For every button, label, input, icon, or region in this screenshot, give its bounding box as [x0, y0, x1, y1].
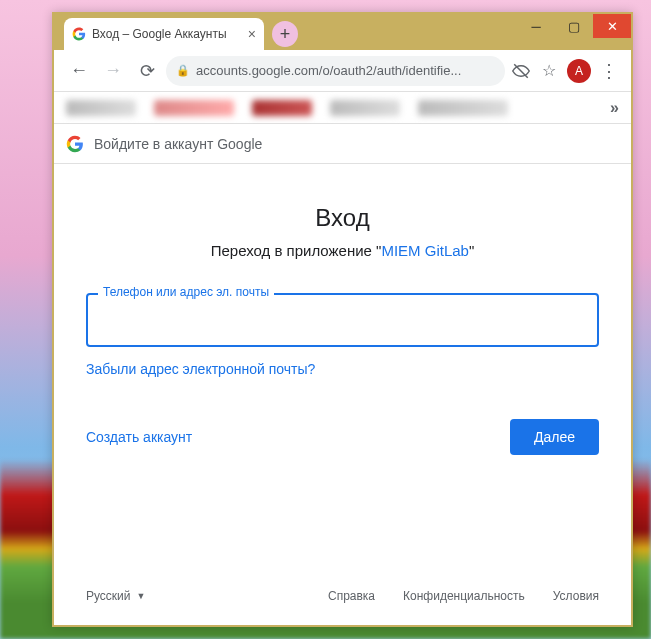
- browser-window: ─ ▢ ✕ Вход – Google Аккаунты × + ← → ⟳ 🔒…: [52, 12, 633, 627]
- bookmark-item[interactable]: [330, 100, 400, 116]
- terms-link[interactable]: Условия: [553, 589, 599, 603]
- signin-header: Войдите в аккаунт Google: [54, 124, 631, 164]
- footer-links: Справка Конфиденциальность Условия: [328, 589, 599, 603]
- tab-title: Вход – Google Аккаунты: [92, 27, 242, 41]
- action-row: Создать аккаунт Далее: [86, 419, 599, 455]
- identifier-input[interactable]: [86, 293, 599, 347]
- browser-tab[interactable]: Вход – Google Аккаунты ×: [64, 18, 264, 50]
- reload-button[interactable]: ⟳: [132, 56, 162, 86]
- caret-down-icon: ▼: [137, 591, 146, 601]
- language-select[interactable]: Русский ▼: [86, 589, 145, 603]
- google-favicon-icon: [72, 27, 86, 41]
- star-icon[interactable]: ☆: [537, 59, 561, 83]
- bookmark-item[interactable]: [66, 100, 136, 116]
- help-link[interactable]: Справка: [328, 589, 375, 603]
- privacy-link[interactable]: Конфиденциальность: [403, 589, 525, 603]
- identifier-field-wrap: Телефон или адрес эл. почты: [86, 293, 599, 347]
- bookmark-item[interactable]: [154, 100, 234, 116]
- page-title: Вход: [315, 204, 369, 232]
- bookmarks-bar: »: [54, 92, 631, 124]
- create-account-link[interactable]: Создать аккаунт: [86, 429, 192, 445]
- signin-footer: Русский ▼ Справка Конфиденциальность Усл…: [54, 571, 631, 625]
- lock-icon: 🔒: [176, 64, 190, 77]
- google-logo-icon: [66, 135, 84, 153]
- minimize-button[interactable]: ─: [517, 14, 555, 38]
- page-subtitle: Переход в приложение "MIEM GitLab": [211, 242, 475, 259]
- address-bar-row: ← → ⟳ 🔒 accounts.google.com/o/oauth2/aut…: [54, 50, 631, 92]
- bookmark-item[interactable]: [252, 100, 312, 116]
- close-button[interactable]: ✕: [593, 14, 631, 38]
- next-button[interactable]: Далее: [510, 419, 599, 455]
- address-bar[interactable]: 🔒 accounts.google.com/o/oauth2/auth/iden…: [166, 56, 505, 86]
- eye-off-icon[interactable]: [509, 59, 533, 83]
- identifier-label: Телефон или адрес эл. почты: [98, 285, 274, 299]
- back-button[interactable]: ←: [64, 56, 94, 86]
- bookmark-item[interactable]: [418, 100, 508, 116]
- signin-form: Вход Переход в приложение "MIEM GitLab" …: [54, 164, 631, 571]
- bookmarks-overflow-button[interactable]: »: [610, 99, 619, 117]
- forgot-email-link[interactable]: Забыли адрес электронной почты?: [86, 361, 315, 377]
- language-label: Русский: [86, 589, 131, 603]
- app-name-link[interactable]: MIEM GitLab: [381, 242, 469, 259]
- maximize-button[interactable]: ▢: [555, 14, 593, 38]
- browser-menu-button[interactable]: ⋮: [597, 60, 621, 82]
- forward-button[interactable]: →: [98, 56, 128, 86]
- tab-close-icon[interactable]: ×: [248, 26, 256, 42]
- new-tab-button[interactable]: +: [272, 21, 298, 47]
- signin-header-text: Войдите в аккаунт Google: [94, 136, 262, 152]
- profile-avatar[interactable]: A: [567, 59, 591, 83]
- page-url: accounts.google.com/o/oauth2/auth/identi…: [196, 63, 495, 78]
- window-controls: ─ ▢ ✕: [517, 14, 631, 38]
